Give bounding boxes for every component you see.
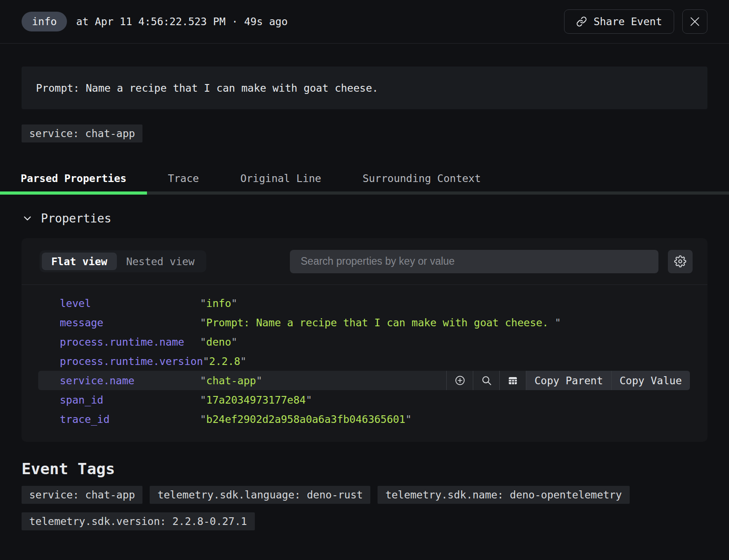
property-row[interactable]: trace_id "b24ef2902d2a958a0a6a3fb0463656…: [38, 409, 690, 429]
event-tag-chip[interactable]: service: chat-app: [22, 486, 142, 504]
property-value-text: deno: [206, 336, 231, 348]
close-quote: ": [555, 317, 561, 329]
share-event-label: Share Event: [594, 16, 662, 27]
property-value: "chat-app": [200, 375, 262, 387]
circle-plus-icon: [454, 375, 466, 386]
flat-view-toggle[interactable]: Flat view: [42, 253, 117, 270]
open-quote: ": [200, 336, 206, 348]
property-row[interactable]: level "info": [38, 293, 690, 313]
link-icon: [576, 16, 587, 27]
event-tag-chip[interactable]: telemetry.sdk.version: 2.2.8-0.27.1: [22, 512, 255, 530]
property-row[interactable]: message "Prompt: Name a recipe that I ca…: [38, 313, 690, 332]
properties-table: level "info": [22, 285, 707, 442]
open-quote: ": [200, 413, 206, 425]
property-value-text: b24ef2902d2a958a0a6a3fb046365601: [206, 413, 405, 425]
tab[interactable]: Surrounding Context: [342, 162, 502, 195]
property-value: "deno": [200, 336, 237, 348]
tab[interactable]: Original Line: [220, 162, 342, 195]
properties-section-header[interactable]: Properties: [22, 211, 707, 226]
settings-button[interactable]: [668, 250, 693, 273]
copy-value-button[interactable]: Copy Value: [611, 371, 690, 390]
property-row[interactable]: span_id "17a2034973177e84": [38, 390, 690, 409]
event-header: info at Apr 11 4:56:22.523 PM · 49s ago …: [0, 0, 729, 44]
tab-label: Original Line: [240, 173, 321, 184]
event-timestamp: at Apr 11 4:56:22.523 PM · 49s ago: [76, 16, 288, 27]
copy-parent-button[interactable]: Copy Parent: [526, 371, 611, 390]
service-chip[interactable]: service: chat-app: [22, 124, 142, 142]
property-value-text: 2.2.8: [209, 356, 240, 367]
nested-view-toggle[interactable]: Nested view: [117, 253, 204, 270]
property-row-actions: Copy Parent Copy Value: [446, 371, 690, 390]
close-quote: ": [231, 298, 237, 309]
search-value-button[interactable]: [473, 371, 499, 390]
close-quote: ": [240, 356, 247, 367]
level-badge: info: [22, 12, 67, 31]
tab-label: Parsed Properties: [21, 173, 126, 184]
gear-icon: [674, 255, 686, 267]
open-quote: ": [200, 375, 206, 387]
property-key: service.name: [60, 375, 200, 387]
property-row[interactable]: service.name "chat-app": [38, 371, 690, 390]
tab[interactable]: Parsed Properties: [0, 162, 147, 195]
property-key: process.runtime.name: [60, 336, 200, 348]
add-filter-button[interactable]: [446, 371, 473, 390]
share-event-button[interactable]: Share Event: [564, 9, 674, 34]
property-row[interactable]: process.runtime.version "2.2.8": [38, 351, 690, 371]
property-value: "b24ef2902d2a958a0a6a3fb046365601": [200, 413, 412, 425]
property-key: process.runtime.version: [60, 356, 203, 367]
close-button[interactable]: [682, 9, 707, 34]
property-value-text: chat-app: [206, 375, 256, 387]
property-key: span_id: [60, 394, 200, 406]
tab-bar: Parsed Properties Trace Original Line Su…: [0, 162, 729, 195]
property-value-text: 17a2034973177e84: [206, 394, 306, 406]
property-key: level: [60, 298, 200, 309]
properties-section-title: Properties: [41, 212, 111, 225]
event-tag-chip[interactable]: telemetry.sdk.language: deno-rust: [150, 486, 370, 504]
properties-panel: Flat view Nested view level "info": [22, 238, 707, 442]
close-icon: [689, 16, 701, 27]
event-tag-chip[interactable]: telemetry.sdk.name: deno-opentelemetry: [378, 486, 629, 504]
event-detail-body: Prompt: Name a recipe that I can make wi…: [0, 67, 729, 142]
property-value: "Prompt: Name a recipe that I can make w…: [200, 317, 561, 329]
property-value-text: info: [206, 298, 231, 309]
close-quote: ": [306, 394, 312, 406]
open-quote: ": [203, 356, 209, 367]
open-quote: ": [200, 394, 206, 406]
tab-label: Surrounding Context: [363, 173, 481, 184]
close-quote: ": [231, 336, 237, 348]
message-preview-text: Prompt: Name a recipe that I can make wi…: [36, 82, 378, 94]
open-quote: ": [200, 298, 206, 309]
tab[interactable]: Trace: [147, 162, 219, 195]
open-quote: ": [200, 317, 206, 329]
properties-toolbar: Flat view Nested view: [22, 238, 707, 285]
property-key: trace_id: [60, 413, 200, 425]
search-icon: [481, 375, 492, 386]
search-input[interactable]: [290, 250, 658, 273]
close-quote: ": [256, 375, 262, 387]
view-toggle: Flat view Nested view: [40, 250, 206, 272]
event-header-left: info at Apr 11 4:56:22.523 PM · 49s ago: [22, 12, 288, 31]
property-value-text: Prompt: Name a recipe that I can make wi…: [206, 317, 555, 329]
event-tags-title: Event Tags: [22, 460, 707, 478]
property-value: "info": [200, 298, 237, 309]
property-value: "17a2034973177e84": [200, 394, 312, 406]
tab-label: Trace: [168, 173, 199, 184]
property-row[interactable]: process.runtime.name "deno": [38, 332, 690, 351]
close-quote: ": [405, 413, 412, 425]
property-key: message: [60, 317, 200, 329]
group-by-button[interactable]: [499, 371, 526, 390]
properties-area: Properties Flat view Nested view: [0, 211, 729, 530]
property-value: "2.2.8": [203, 356, 247, 367]
message-preview: Prompt: Name a recipe that I can make wi…: [22, 67, 707, 109]
event-header-right: Share Event: [564, 9, 707, 34]
event-tags-list: service: chat-app telemetry.sdk.language…: [22, 486, 707, 530]
chevron-down-icon: [22, 213, 33, 224]
table-icon: [507, 375, 518, 386]
